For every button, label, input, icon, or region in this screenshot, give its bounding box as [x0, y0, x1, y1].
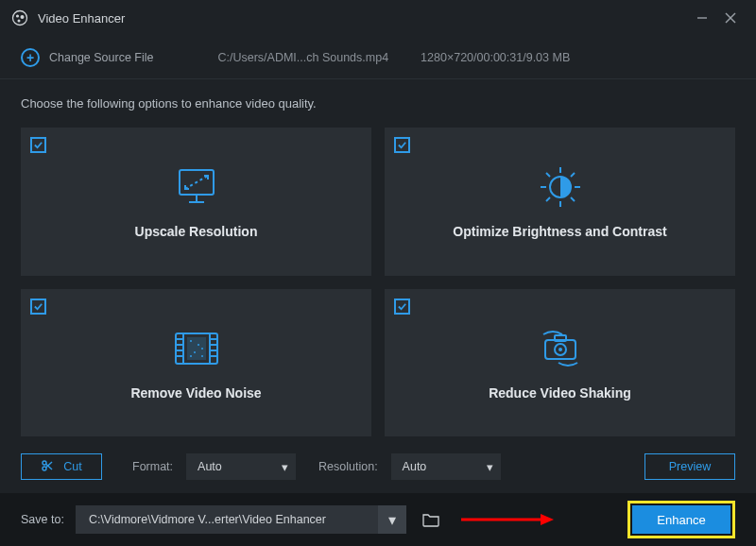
svg-point-2 [21, 15, 25, 19]
format-select[interactable]: Auto ▾ [186, 453, 296, 480]
annotation-arrow [459, 505, 616, 534]
checkbox-brightness[interactable] [394, 137, 410, 153]
svg-line-18 [571, 173, 575, 177]
format-label: Format: [132, 460, 173, 473]
app-window: Video Enhancer + Change Source File C:/U… [0, 0, 756, 546]
app-title: Video Enhancer [38, 11, 125, 26]
camera-shake-icon [530, 325, 591, 372]
change-source-label: Change Source File [49, 51, 153, 64]
save-path-pill: C:\Vidmore\Vidmore V...erter\Video Enhan… [76, 505, 406, 534]
app-icon [11, 9, 28, 26]
scissors-icon [41, 459, 54, 475]
svg-line-16 [546, 173, 550, 177]
card-reduce-video-shaking[interactable]: Reduce Video Shaking [385, 289, 735, 437]
resolution-value: Auto [403, 460, 427, 473]
cut-label: Cut [63, 460, 81, 473]
change-source-button[interactable]: + Change Source File [21, 48, 153, 67]
card-label: Upscale Resolution [135, 224, 258, 239]
resolution-select[interactable]: Auto ▾ [391, 453, 501, 480]
svg-point-33 [198, 344, 199, 346]
brightness-icon [534, 163, 587, 211]
svg-point-41 [558, 348, 562, 351]
instruction-text: Choose the following options to enhance … [21, 96, 735, 111]
plus-circle-icon: + [21, 48, 40, 67]
footer-bar: Save to: C:\Vidmore\Vidmore V...erter\Vi… [0, 493, 756, 546]
format-value: Auto [198, 460, 222, 473]
card-optimize-brightness-contrast[interactable]: Optimize Brightness and Contrast [385, 128, 735, 276]
svg-point-34 [194, 351, 196, 353]
save-path-display[interactable]: C:\Vidmore\Vidmore V...erter\Video Enhan… [76, 505, 378, 534]
svg-point-0 [13, 11, 27, 26]
enhance-button[interactable]: Enhance [632, 505, 730, 534]
monitor-expand-icon [168, 163, 225, 211]
card-label: Remove Video Noise [130, 385, 261, 401]
resolution-label: Resolution: [318, 460, 378, 473]
enhance-highlight: Enhance [627, 501, 735, 538]
open-folder-button[interactable] [418, 506, 444, 533]
svg-line-8 [185, 176, 208, 189]
enhance-label: Enhance [657, 513, 705, 527]
folder-icon [422, 512, 439, 527]
source-toolbar: + Change Source File C:/Users/ADMI...ch … [0, 36, 756, 79]
save-path-dropdown[interactable]: ▾ [378, 505, 406, 534]
save-to-label: Save to: [21, 513, 64, 526]
svg-point-32 [190, 340, 192, 342]
checkbox-noise[interactable] [30, 299, 46, 315]
source-filepath: C:/Users/ADMI...ch Sounds.mp4 [217, 51, 388, 64]
svg-point-1 [16, 14, 19, 17]
svg-point-35 [201, 348, 203, 350]
svg-line-19 [546, 197, 550, 201]
card-label: Optimize Brightness and Contrast [453, 224, 666, 239]
preview-label: Preview [669, 460, 711, 473]
minimize-button[interactable] [688, 4, 716, 32]
card-remove-video-noise[interactable]: Remove Video Noise [21, 289, 371, 437]
card-label: Reduce Video Shaking [489, 385, 631, 401]
caret-down-icon: ▾ [487, 460, 493, 474]
cut-button[interactable]: Cut [21, 453, 102, 480]
titlebar: Video Enhancer [0, 0, 756, 36]
source-meta: 1280×720/00:00:31/9.03 MB [421, 51, 570, 64]
svg-marker-47 [541, 514, 554, 525]
card-upscale-resolution[interactable]: Upscale Resolution [21, 128, 371, 276]
options-grid: Upscale Resolution [21, 128, 735, 436]
checkbox-shaking[interactable] [394, 299, 410, 315]
close-button[interactable] [716, 4, 745, 32]
svg-point-37 [201, 355, 203, 357]
svg-point-36 [190, 355, 192, 357]
caret-down-icon: ▾ [282, 460, 288, 474]
controls-row: Cut Format: Auto ▾ Resolution: Auto ▾ Pr… [21, 453, 735, 480]
film-noise-icon [168, 325, 225, 372]
svg-rect-39 [555, 335, 566, 341]
checkbox-upscale[interactable] [30, 137, 46, 153]
content-area: Choose the following options to enhance … [0, 79, 756, 493]
caret-down-icon: ▾ [388, 511, 396, 529]
preview-button[interactable]: Preview [644, 453, 735, 480]
svg-line-17 [571, 197, 575, 201]
svg-point-3 [18, 20, 21, 23]
